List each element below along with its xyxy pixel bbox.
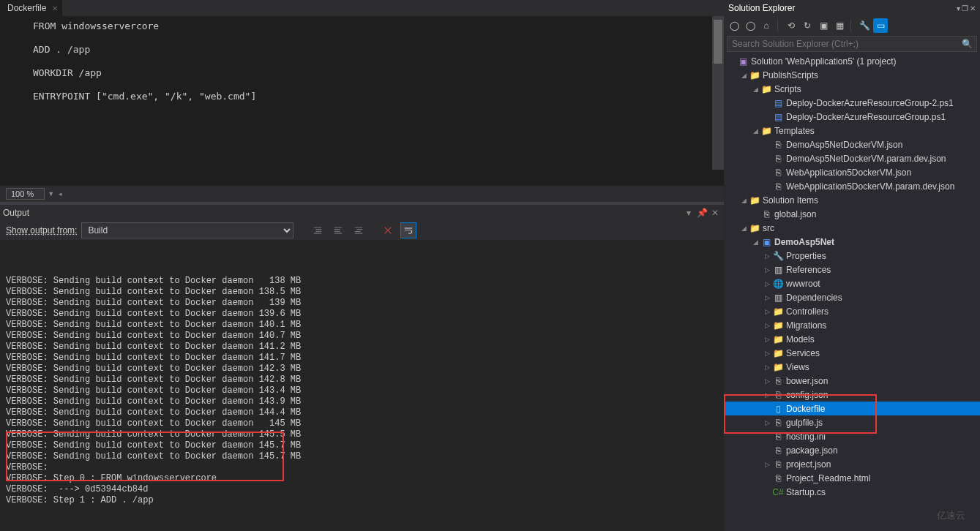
tree-item-label: Templates: [774, 126, 815, 136]
tree-item[interactable]: ◢📁Solution Items: [724, 193, 980, 207]
expand-open-icon[interactable]: ◢: [750, 238, 760, 246]
back-icon[interactable]: ◯: [727, 18, 741, 33]
proj-icon: ▣: [760, 236, 772, 248]
tree-item[interactable]: ▷⎘project.json: [724, 457, 980, 471]
close-icon[interactable]: ✕: [970, 4, 976, 12]
tree-item-label: Dependencies: [786, 293, 842, 303]
tree-item[interactable]: ▤Deploy-DockerAzureResourceGroup.ps1: [724, 110, 980, 124]
code-line: FROM windowsservercore: [33, 20, 724, 32]
tree-item[interactable]: ◢📁src: [724, 221, 980, 235]
close-icon[interactable]: ✕: [52, 4, 58, 12]
expand-open-icon[interactable]: ◢: [738, 225, 749, 232]
expand-closed-icon[interactable]: ▷: [762, 391, 772, 399]
expand-closed-icon[interactable]: ▷: [762, 461, 772, 468]
output-source-select[interactable]: Build: [81, 222, 293, 238]
json-icon: ⎘: [772, 459, 784, 470]
pin-icon[interactable]: 📌: [696, 207, 708, 219]
tree-item[interactable]: ▷🌐wwwroot: [724, 276, 980, 290]
home-icon[interactable]: ⌂: [759, 18, 774, 33]
forward-icon[interactable]: ◯: [743, 18, 758, 33]
tree-item[interactable]: ▷📁Migrations: [724, 318, 980, 332]
output-text[interactable]: VERBOSE: Sending build context to Docker…: [0, 240, 724, 531]
sync-icon[interactable]: ⟲: [784, 18, 798, 33]
preview-icon[interactable]: ▭: [873, 18, 888, 33]
code-line: [33, 32, 724, 44]
expand-closed-icon[interactable]: ▷: [762, 252, 772, 260]
tree-solution-root[interactable]: ▣ Solution 'WebApplication5' (1 project): [724, 54, 980, 68]
expand-closed-icon[interactable]: ▷: [762, 322, 772, 329]
zoom-select[interactable]: 100 %: [6, 188, 45, 200]
search-input[interactable]: [727, 36, 977, 52]
expand-closed-icon[interactable]: ▷: [762, 364, 772, 371]
tree-item[interactable]: ⎘DemoAsp5NetDockerVM.param.dev.json: [724, 151, 980, 165]
tree-item[interactable]: ⎘WebApplication5DockerVM.json: [724, 165, 980, 179]
tree-item[interactable]: ◢📁PublishScripts: [724, 68, 980, 82]
editor-scrollbar[interactable]: [712, 16, 724, 170]
tree-item[interactable]: ▷🔧Properties: [724, 249, 980, 263]
tree-item-label: Project_Readme.html: [786, 473, 870, 483]
indent-left-icon[interactable]: [310, 222, 326, 238]
tree-item[interactable]: C#Startup.cs: [724, 485, 980, 499]
expand-open-icon[interactable]: ◢: [750, 86, 760, 93]
tree-item[interactable]: ▯Dockerfile: [724, 402, 980, 415]
tree-item[interactable]: ▷⎘bower.json: [724, 374, 980, 388]
collapse-icon[interactable]: ▣: [816, 18, 831, 33]
search-icon[interactable]: 🔍: [962, 39, 973, 49]
se-tree[interactable]: ▣ Solution 'WebApplication5' (1 project)…: [724, 53, 980, 531]
tree-item[interactable]: ⎘package.json: [724, 443, 980, 457]
expand-closed-icon[interactable]: ▷: [762, 294, 772, 301]
output-pane: Output ▾ 📌 ✕ Show output from: Build VER…: [0, 205, 724, 531]
tree-item[interactable]: ⎘hosting.ini: [724, 429, 980, 443]
chevron-down-icon[interactable]: ▼: [48, 190, 54, 197]
tree-item-label: project.json: [786, 459, 831, 470]
tree-item[interactable]: ▷▥References: [724, 263, 980, 276]
expand-closed-icon[interactable]: ▷: [762, 336, 772, 343]
indent-left2-icon[interactable]: [330, 222, 346, 238]
output-header: Output ▾ 📌 ✕: [0, 205, 724, 221]
expand-closed-icon[interactable]: ▷: [762, 377, 772, 385]
expand-closed-icon[interactable]: ▷: [762, 280, 772, 287]
dropdown-icon[interactable]: ▾: [683, 207, 695, 219]
expand-closed-icon[interactable]: ▷: [762, 350, 772, 357]
tree-item-label: package.json: [786, 445, 838, 456]
expand-closed-icon[interactable]: ▷: [762, 419, 772, 426]
tree-item[interactable]: ◢📁Templates: [724, 124, 980, 138]
tree-item[interactable]: ⎘Project_Readme.html: [724, 471, 980, 485]
close-icon[interactable]: ✕: [709, 207, 721, 219]
code-line: [33, 56, 724, 67]
tree-item[interactable]: ⎘WebApplication5DockerVM.param.dev.json: [724, 179, 980, 193]
output-line: VERBOSE: Sending build context to Docker…: [6, 451, 718, 462]
indent-right-icon[interactable]: [351, 222, 367, 238]
tree-item[interactable]: ▷📁Controllers: [724, 304, 980, 318]
show-output-from-label: Show output from:: [6, 225, 77, 236]
code-editor[interactable]: FROM windowsservercore ADD . /app WORKDI…: [0, 16, 724, 170]
expand-open-icon[interactable]: ◢: [738, 72, 749, 79]
clear-all-icon[interactable]: [380, 222, 396, 238]
tree-item[interactable]: ⎘DemoAsp5NetDockerVM.json: [724, 138, 980, 151]
tree-item[interactable]: ◢📁Scripts: [724, 82, 980, 96]
expand-closed-icon[interactable]: ▷: [762, 308, 772, 315]
json-icon: ⎘: [772, 181, 784, 192]
tree-item[interactable]: ▷📁Views: [724, 360, 980, 374]
expand-open-icon[interactable]: ◢: [738, 197, 749, 204]
window-icon[interactable]: ❐: [962, 4, 968, 12]
tree-item[interactable]: ▷📁Services: [724, 346, 980, 360]
tree-item[interactable]: ▷▥Dependencies: [724, 290, 980, 304]
tree-item[interactable]: ▤Deploy-DockerAzureResourceGroup-2.ps1: [724, 96, 980, 110]
tree-item[interactable]: ▷⎘config.json: [724, 388, 980, 402]
cs-icon: C#: [772, 486, 784, 498]
editor-tab-dockerfile[interactable]: Dockerfile ✕: [0, 0, 62, 16]
expand-open-icon[interactable]: ◢: [750, 127, 760, 135]
refresh-icon[interactable]: ↻: [800, 18, 815, 33]
properties-icon[interactable]: 🔧: [857, 18, 872, 33]
tree-item[interactable]: ⎘global.json: [724, 207, 980, 221]
tree-item-label: Solution Items: [763, 195, 818, 206]
dropdown-icon[interactable]: ▾: [957, 4, 960, 12]
expand-closed-icon[interactable]: ▷: [762, 266, 772, 274]
show-all-icon[interactable]: ▦: [832, 18, 847, 33]
tree-item[interactable]: ▷📁Models: [724, 332, 980, 346]
chevron-left-icon[interactable]: ◂: [59, 190, 62, 197]
tree-item[interactable]: ◢▣DemoAsp5Net: [724, 235, 980, 249]
tree-item[interactable]: ▷⎘gulpfile.js: [724, 415, 980, 429]
word-wrap-icon[interactable]: [400, 222, 416, 238]
